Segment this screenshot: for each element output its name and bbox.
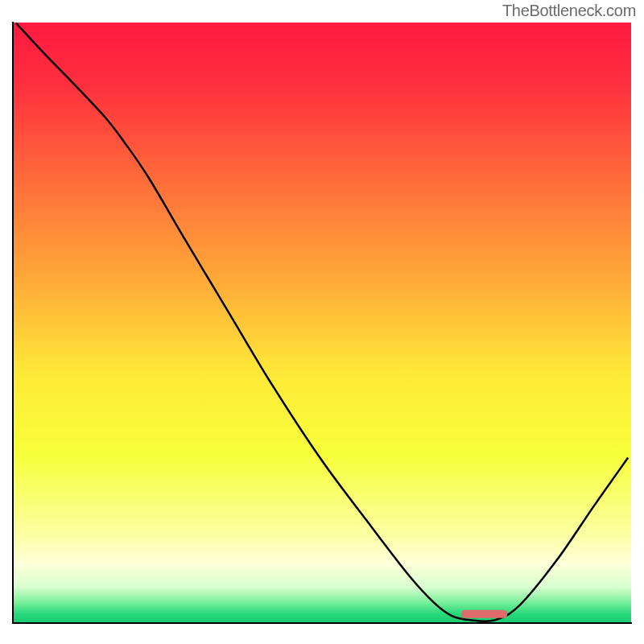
watermark-text: TheBottleneck.com (502, 2, 636, 20)
bottleneck-chart (12, 22, 632, 642)
chart-svg (12, 22, 632, 642)
optimal-marker (461, 610, 508, 618)
gradient-background (13, 23, 631, 623)
chart-container: TheBottleneck.com (0, 0, 644, 644)
